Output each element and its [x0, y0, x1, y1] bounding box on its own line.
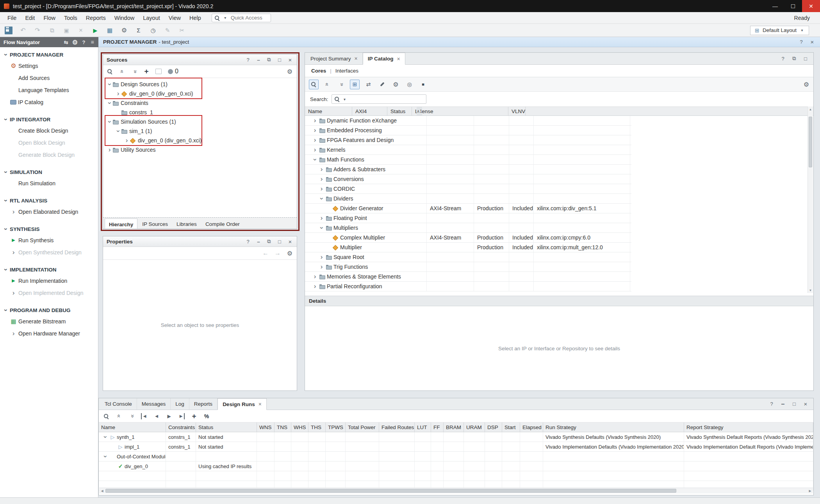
add-sources-icon[interactable] [143, 68, 150, 75]
ip-catalog-row[interactable]: FPGA Features and Design [305, 135, 631, 145]
column-header[interactable]: VLNV [508, 107, 526, 115]
flow-nav-item[interactable]: IP Catalog [0, 96, 98, 108]
column-header[interactable]: AXI4 [352, 107, 387, 115]
ip-catalog-row[interactable]: Dynamic Function eXchange [305, 116, 631, 126]
design-run-row[interactable]: Out-of-Context Module Runs [99, 452, 813, 461]
ip-catalog-row[interactable]: Math Functions [305, 155, 631, 165]
settings-gear-icon[interactable] [120, 27, 128, 34]
ip-catalog-row[interactable]: CORDIC [305, 184, 631, 194]
tree-expander-icon[interactable] [106, 100, 113, 106]
flow-nav-item[interactable]: Run Implementation [0, 275, 98, 287]
ip-catalog-subtab[interactable]: Cores [311, 68, 326, 74]
column-header[interactable]: URAM [464, 422, 485, 432]
column-header[interactable]: TNS [275, 422, 291, 432]
help-icon[interactable] [81, 40, 86, 45]
copy-icon[interactable] [48, 27, 56, 34]
scroll-down-icon[interactable]: ▼ [808, 287, 813, 293]
flow-nav-item[interactable]: Run Simulation [0, 177, 98, 189]
flow-nav-item[interactable]: Settings [0, 60, 98, 72]
search-icon[interactable] [309, 80, 319, 89]
design-run-row[interactable]: div_gen_0 Using cached IP results [99, 461, 813, 471]
sources-view-tab[interactable]: Hierarchy [105, 218, 137, 229]
ip-catalog-row[interactable]: Embedded Processing [305, 126, 631, 135]
ip-search-box[interactable] [332, 94, 426, 104]
tree-expander-icon[interactable] [312, 127, 318, 133]
close-button[interactable]: ✕ [802, 0, 820, 12]
expand-all-icon[interactable] [128, 413, 135, 419]
group-by-icon[interactable] [364, 80, 373, 89]
menu-item[interactable]: Reports [82, 15, 110, 21]
flow-nav-item[interactable]: Generate Block Design [0, 149, 98, 161]
flow-nav-item[interactable]: Open Hardware Manager [0, 327, 98, 339]
tree-expander-icon[interactable] [318, 195, 325, 202]
tree-expander-icon[interactable] [110, 463, 116, 469]
flow-nav-section[interactable]: IMPLEMENTATION [0, 264, 98, 275]
tree-expander-icon[interactable] [318, 254, 325, 260]
column-header[interactable]: LUT [415, 422, 431, 432]
column-header[interactable]: Status [196, 422, 257, 432]
tree-expander-icon[interactable] [318, 166, 325, 172]
tree-expander-icon[interactable] [325, 205, 332, 211]
column-header[interactable]: Status [387, 107, 412, 115]
minimize-icon[interactable] [255, 57, 262, 63]
help-icon[interactable] [245, 57, 251, 63]
column-header[interactable]: License [412, 107, 508, 115]
save-project-icon[interactable] [5, 27, 12, 34]
tree-expander-icon[interactable] [318, 176, 325, 182]
column-header[interactable]: BRAM [444, 422, 464, 432]
source-tree-row[interactable]: Simulation Sources (1) [103, 117, 297, 126]
flow-nav-item[interactable]: Run Synthesis [0, 234, 98, 246]
flow-nav-item[interactable]: Add Sources [0, 72, 98, 84]
flow-nav-section[interactable]: RTL ANALYSIS [0, 195, 98, 206]
ip-settings-icon[interactable] [391, 80, 401, 89]
bottom-tab[interactable]: Tcl Console [100, 398, 137, 410]
hierarchy-view-icon[interactable] [350, 80, 360, 89]
menu-item[interactable]: Layout [139, 15, 164, 21]
maximize-icon[interactable] [791, 401, 797, 407]
source-tree-row[interactable]: sim_1 (1) [103, 126, 297, 136]
ip-catalog-row[interactable]: Memories & Storage Elements [305, 272, 631, 282]
flow-nav-item[interactable]: Open Implemented Design [0, 287, 98, 299]
scrollbar-thumb[interactable] [105, 489, 676, 493]
help-icon[interactable] [768, 401, 775, 407]
source-tree-row[interactable]: div_gen_0 (div_gen_0.xci) [103, 89, 297, 98]
interrupt-icon[interactable] [418, 80, 428, 89]
tree-expander-icon[interactable] [102, 453, 109, 460]
scroll-up-icon[interactable]: ▲ [808, 106, 813, 112]
menu-item[interactable]: Tools [60, 15, 82, 21]
tree-expander-icon[interactable] [115, 109, 121, 115]
close-icon[interactable] [287, 57, 293, 63]
tree-expander-icon[interactable] [312, 283, 318, 289]
source-tree-row[interactable]: div_gen_0 (div_gen_0.xci) [103, 136, 297, 145]
tree-expander-icon[interactable] [318, 186, 325, 192]
column-header[interactable]: WHS [291, 422, 308, 432]
column-header[interactable]: Name [305, 107, 352, 115]
source-tree-row[interactable]: constrs_1 [103, 108, 297, 117]
properties-panel-titlebar[interactable]: Properties [103, 236, 297, 247]
document-tab[interactable]: Project Summary [306, 53, 363, 64]
menu-icon[interactable] [90, 40, 95, 45]
tree-expander-icon[interactable] [115, 128, 121, 134]
quick-access-input[interactable] [230, 14, 269, 21]
maximize-button[interactable]: ☐ [784, 0, 802, 12]
search-icon[interactable] [107, 69, 113, 74]
sources-panel-titlebar[interactable]: Sources [103, 55, 297, 65]
sources-view-tab[interactable]: Libraries [173, 218, 201, 229]
design-run-row[interactable]: impl_1 constrs_1 Not started [99, 442, 813, 452]
column-header[interactable]: Constraints [166, 422, 196, 432]
tree-expander-icon[interactable] [318, 215, 325, 221]
float-icon[interactable] [266, 238, 272, 245]
edit-icon[interactable] [164, 27, 171, 34]
help-icon[interactable] [245, 238, 251, 245]
menu-item[interactable]: Flow [39, 15, 60, 21]
tree-expander-icon[interactable] [325, 244, 332, 250]
ip-search-input[interactable] [349, 96, 424, 103]
ip-catalog-row[interactable]: Divider Generator AXI4-Stream Production… [305, 204, 631, 213]
ip-catalog-row[interactable]: Complex Multiplier AXI4-Stream Productio… [305, 233, 631, 243]
tree-expander-icon[interactable] [115, 91, 121, 97]
back-icon[interactable] [262, 250, 269, 256]
bottom-tab[interactable]: Design Runs [217, 398, 267, 410]
settings-icon[interactable] [287, 68, 293, 75]
run-icon[interactable] [91, 27, 99, 34]
flow-nav-item[interactable]: Open Block Design [0, 137, 98, 149]
